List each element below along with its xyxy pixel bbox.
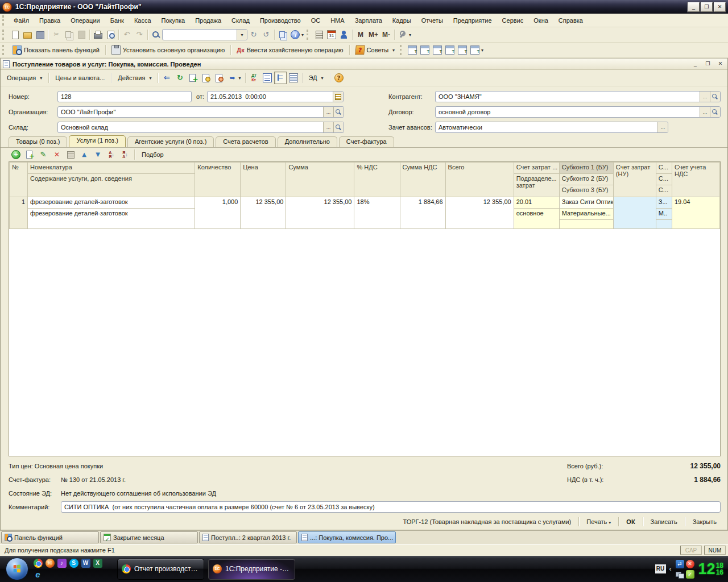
service-settings-button[interactable] — [396, 28, 413, 41]
col-header-amount[interactable]: Сумма — [286, 163, 354, 197]
menu-os[interactable]: ОС — [306, 15, 326, 26]
tab-additional[interactable]: Дополнительно — [278, 136, 337, 147]
add-row-button[interactable]: + — [10, 148, 22, 161]
date-input[interactable] — [208, 92, 333, 102]
menu-windows[interactable]: Окна — [528, 15, 553, 26]
cell-nu1[interactable]: З... — [656, 197, 672, 209]
menu-purchase[interactable]: Покупка — [156, 15, 191, 26]
excel-icon[interactable]: X — [93, 559, 102, 568]
list-settings-button[interactable] — [287, 72, 300, 84]
copy-document-button[interactable] — [187, 72, 199, 84]
menu-hr[interactable]: Кадры — [387, 15, 416, 26]
cell-subconto1-selected[interactable]: Заказ Сити Оптика 64000(+) — [559, 197, 613, 209]
teamviewer-tray-icon[interactable] — [676, 560, 684, 568]
menu-help[interactable]: Справка — [553, 15, 588, 26]
comment-field[interactable] — [61, 501, 721, 513]
cell-nomenclature[interactable]: фрезерование деталей-заготовок — [28, 197, 195, 209]
go-to-button[interactable] — [226, 72, 242, 84]
ed-menu-button[interactable]: ЭД — [305, 72, 328, 84]
media-player-icon[interactable]: ♪ — [57, 559, 67, 568]
organization-field[interactable]: ... — [57, 106, 344, 118]
cell-cost-department[interactable]: основное — [514, 209, 559, 229]
document-minimize-button[interactable]: _ — [690, 60, 700, 68]
contract-input[interactable] — [436, 107, 700, 117]
active-cell-popup[interactable]: Заказ Сити Оптика 64000(+) — [559, 197, 613, 209]
menu-sale[interactable]: Продажа — [190, 15, 226, 26]
write-button[interactable]: Записать — [646, 516, 682, 527]
create-on-basis-alt-button[interactable] — [213, 72, 225, 84]
tab-goods[interactable]: Товары (0 поз.) — [9, 136, 67, 147]
cell-service-content[interactable]: фрезерование деталей-заготовок — [28, 209, 195, 229]
antivirus-green-tray-icon[interactable] — [686, 570, 694, 579]
journal-reference-button[interactable] — [444, 44, 456, 56]
col-header-num[interactable]: № — [10, 163, 28, 197]
number-input[interactable] — [58, 92, 191, 102]
toolbar-grip[interactable] — [307, 30, 311, 40]
cell-amount[interactable]: 12 355,00 — [286, 197, 354, 229]
mdi-button-current-document[interactable]: ...: Покупка, комиссия. Про... — [298, 531, 396, 543]
enter-business-operation-button[interactable]: Дк Ввести хозяйственную операцию — [233, 44, 347, 56]
col-header-vat-percent[interactable]: % НДС — [354, 163, 400, 197]
print-button[interactable] — [92, 28, 104, 41]
save-button[interactable] — [34, 28, 46, 41]
col-header-subconto3[interactable]: Субконто 3 (БУ) — [559, 185, 613, 197]
tab-services[interactable]: Услуги (1 поз.) — [69, 135, 125, 147]
move-down-button[interactable] — [92, 148, 104, 161]
advance-select-button[interactable]: ... — [657, 122, 668, 132]
menu-grip[interactable] — [2, 15, 6, 26]
temp-storage-button[interactable] — [338, 28, 350, 41]
cell-quantity[interactable]: 1,000 — [195, 197, 241, 229]
journal-more-button[interactable] — [469, 44, 485, 56]
cell-nu2[interactable]: М.. — [656, 209, 672, 220]
cell-subconto3[interactable] — [559, 220, 613, 229]
contractor-input[interactable] — [436, 92, 700, 102]
pick-button[interactable]: Подбор — [138, 148, 168, 161]
cell-row-number[interactable]: 1 — [10, 197, 28, 229]
col-header-cost-account-nu[interactable]: Счет затрат (НУ) — [613, 163, 656, 197]
cell-cost-account[interactable]: 20.01 — [514, 197, 559, 209]
toolbar-grip[interactable] — [2, 45, 6, 55]
actions-menu-button[interactable]: Действия — [114, 72, 155, 84]
cell-price[interactable]: 12 355,00 — [241, 197, 286, 229]
menu-reports[interactable]: Отчеты — [416, 15, 448, 26]
menu-operations[interactable]: Операции — [65, 15, 105, 26]
cell-cost-account-nu[interactable] — [613, 197, 656, 229]
find-button[interactable] — [150, 28, 162, 41]
skype-icon[interactable]: S — [69, 559, 78, 568]
mdi-button-receipts-list[interactable]: Поступл..: 2 квартал 2013 г. — [199, 531, 297, 543]
advance-input[interactable] — [436, 122, 657, 132]
col-header-cost-account[interactable]: Счет затрат ... — [514, 163, 559, 174]
contract-open-button[interactable] — [710, 107, 720, 117]
menu-edit[interactable]: Правка — [34, 15, 65, 26]
copy-row-button[interactable] — [23, 148, 36, 161]
menu-file[interactable]: Файл — [9, 15, 34, 26]
warehouse-field[interactable]: ... — [57, 122, 344, 133]
calendar-button[interactable]: 31 — [325, 28, 338, 41]
move-up-button[interactable] — [78, 148, 90, 161]
menu-nma[interactable]: НМА — [325, 15, 349, 26]
delete-row-button[interactable] — [51, 148, 63, 161]
advance-field[interactable]: ... — [435, 122, 668, 133]
memory-minus-button[interactable]: M- — [380, 28, 392, 41]
structure-button[interactable] — [274, 72, 287, 84]
internet-explorer-icon[interactable]: e — [34, 570, 43, 579]
contract-select-button[interactable]: ... — [700, 107, 710, 117]
sort-ascending-button[interactable]: АЯ↓ — [105, 148, 118, 161]
col-header-cost-department[interactable]: Подразделе... затрат — [514, 174, 559, 197]
search-combobox[interactable] — [162, 29, 247, 40]
window-restore-button[interactable]: ❐ — [701, 2, 713, 12]
menu-salary[interactable]: Зарплата — [350, 15, 387, 26]
invoice-value[interactable]: № 130 от 21.05.2013 г. — [61, 476, 126, 483]
mdi-button-month-close[interactable]: Закрытие месяца — [100, 531, 198, 543]
new-document-button[interactable] — [9, 28, 21, 41]
contract-field[interactable]: ... — [435, 106, 721, 118]
tray-expand-chevron[interactable]: ‹ — [669, 565, 672, 573]
1c-icon[interactable]: 1С — [46, 559, 55, 568]
search-dropdown-button[interactable] — [237, 30, 247, 40]
contractor-field[interactable]: ... — [435, 91, 721, 102]
mdi-button-function-panel[interactable]: Панель функций — [1, 531, 99, 543]
redo-button[interactable] — [133, 28, 146, 41]
date-field[interactable] — [207, 91, 344, 102]
date-picker-button[interactable] — [333, 92, 343, 102]
torg12-button[interactable]: ТОРГ-12 (Товарная накладная за поставщик… — [398, 516, 576, 527]
